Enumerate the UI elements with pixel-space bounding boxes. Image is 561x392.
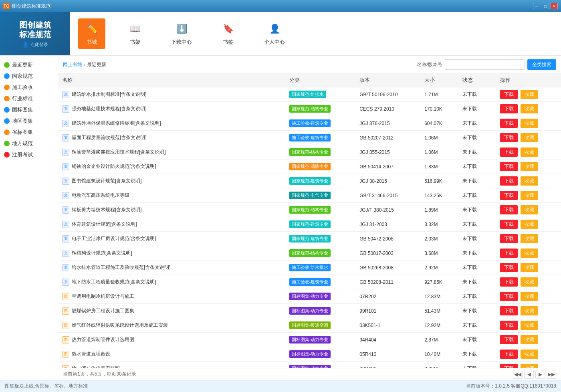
cell-category: 国标图集-暖通空调	[285, 318, 355, 333]
collect-button[interactable]: 收藏	[521, 191, 538, 200]
collect-button[interactable]: 收藏	[521, 119, 538, 128]
download-button[interactable]: 下载	[500, 350, 518, 359]
search-button[interactable]: 全类搜索	[527, 59, 556, 70]
download-button[interactable]: 下载	[500, 321, 518, 330]
dot-icon	[4, 85, 10, 90]
download-button[interactable]: 下载	[500, 90, 518, 99]
table-row: 文 钢结构设计规范[含条文说明] 国家规范-结构专业 GB 50017-2003…	[58, 246, 561, 261]
sidebar-item-construction[interactable]: 施工验收	[0, 82, 58, 93]
download-button[interactable]: 下载	[500, 176, 518, 186]
nav-bookmark-label: 书签	[223, 38, 233, 46]
table-container[interactable]: 名称 分类 版本 大小 状态 操作 文 建筑给水排水制图标准[含条文说明] 国家…	[58, 73, 561, 368]
last-page-button[interactable]: ▶▶	[547, 370, 556, 379]
download-button[interactable]: 下载	[500, 133, 518, 142]
sidebar-item-national-map[interactable]: 国标图集	[0, 104, 58, 115]
cell-size: 143.25K	[420, 188, 458, 203]
download-button[interactable]: 下载	[500, 191, 518, 200]
download-button[interactable]: 下载	[500, 119, 518, 128]
collect-button[interactable]: 收藏	[521, 321, 538, 330]
row-name: 强夯地基处理技术规程[含条文说明]	[72, 105, 147, 112]
collect-button[interactable]: 收藏	[521, 148, 538, 157]
collect-button[interactable]: 收藏	[521, 350, 538, 359]
breadcrumb-current: 最近更新	[87, 61, 106, 68]
login-button[interactable]: 👤 点此登录	[22, 42, 48, 48]
sidebar-item-industry[interactable]: 行业标准	[0, 93, 58, 104]
nav-bookmark[interactable]: 🔖 书签	[214, 18, 242, 49]
cell-action: 下载 收藏	[496, 318, 561, 333]
breadcrumb-parent[interactable]: 网上书城	[63, 61, 82, 68]
collect-button[interactable]: 收藏	[521, 292, 538, 301]
download-button[interactable]: 下载	[500, 306, 518, 315]
collect-button[interactable]: 收藏	[521, 205, 538, 214]
sidebar-item-exam[interactable]: 注册考试	[0, 149, 58, 160]
collect-button[interactable]: 收藏	[521, 90, 538, 99]
col-name: 名称	[58, 73, 285, 87]
doc-icon: 文	[62, 178, 69, 185]
row-name: 图书馆建筑设计规范[含条文说明]	[72, 178, 142, 184]
dot-icon	[4, 73, 10, 79]
collect-button[interactable]: 收藏	[521, 220, 538, 229]
cell-name: 文 体育建筑设计规范[含条文说明]	[58, 217, 285, 232]
download-button[interactable]: 下载	[500, 249, 518, 258]
download-button[interactable]: 下载	[500, 292, 518, 301]
doc-icon: 文	[62, 91, 69, 98]
cell-size: 1.06M	[420, 131, 458, 145]
download-button[interactable]: 下载	[500, 205, 518, 214]
cell-status: 未下载	[458, 261, 496, 275]
cell-action: 下载 收藏	[496, 275, 561, 289]
download-button[interactable]: 下载	[500, 335, 518, 344]
cell-category: 国家规范-结构专业	[285, 246, 355, 261]
collect-button[interactable]: 收藏	[521, 249, 538, 258]
collect-button[interactable]: 收藏	[521, 162, 538, 171]
collect-button[interactable]: 收藏	[521, 263, 538, 272]
collect-button[interactable]: 收藏	[521, 133, 538, 142]
category-tag: 国家规范-电气专业	[289, 192, 331, 199]
sidebar-item-recent[interactable]: 最近更新	[0, 59, 58, 71]
map-icon: 图	[62, 351, 69, 358]
collect-button[interactable]: 收藏	[521, 277, 538, 287]
download-button[interactable]: 下载	[500, 263, 518, 272]
nav-download[interactable]: ⬇️ 下载中心	[165, 18, 198, 49]
close-button[interactable]: ✕	[551, 3, 558, 9]
cell-action: 下载 收藏	[496, 102, 561, 116]
sidebar-item-local-map[interactable]: 地区图集	[0, 115, 58, 127]
cell-name: 文 电动汽车高压系统电压等级	[58, 188, 285, 203]
nav-profile[interactable]: 👤 个人中心	[258, 18, 291, 49]
sidebar-item-national[interactable]: 国家规范	[0, 71, 58, 82]
table-row: 图 物（液）位仪表安装图 国标图集-动力专业 03R421 3.06M 未下载 …	[58, 362, 561, 368]
download-button[interactable]: 下载	[500, 220, 518, 229]
prev-page-button[interactable]: ◀	[524, 370, 534, 379]
download-button[interactable]: 下载	[500, 148, 518, 157]
sidebar-label-local-map: 地区图集	[12, 117, 33, 125]
cell-status: 未下载	[458, 217, 496, 232]
cell-category: 国家规范-消防专业	[285, 160, 355, 174]
minimize-button[interactable]: ─	[533, 3, 540, 9]
collect-button[interactable]: 收藏	[521, 176, 538, 186]
category-tag: 国标图集-动力专业	[289, 293, 331, 300]
cell-version: GB 50414-2007	[355, 160, 420, 174]
sidebar-item-provincial-map[interactable]: 省标图集	[0, 127, 58, 138]
download-button[interactable]: 下载	[500, 162, 518, 171]
collect-button[interactable]: 收藏	[521, 104, 538, 113]
collect-button[interactable]: 收藏	[521, 335, 538, 344]
nav-bookstore[interactable]: ✏️ 书城	[78, 18, 105, 49]
nav-bookshelf[interactable]: 📖 书架	[121, 18, 149, 49]
download-button[interactable]: 下载	[500, 364, 518, 368]
maximize-button[interactable]: □	[542, 3, 549, 9]
download-button[interactable]: 下载	[500, 277, 518, 287]
collect-button[interactable]: 收藏	[521, 306, 538, 315]
collect-button[interactable]: 收藏	[521, 364, 538, 368]
cell-size: 604.07K	[420, 116, 458, 131]
download-button[interactable]: 下载	[500, 104, 518, 113]
cell-status: 未下载	[458, 289, 496, 304]
collect-button[interactable]: 收藏	[521, 234, 538, 243]
sidebar-item-local-std[interactable]: 地方规范	[0, 138, 58, 149]
first-page-button[interactable]: ◀◀	[513, 370, 523, 379]
row-name: 物（液）位仪表安装图	[72, 365, 120, 368]
next-page-button[interactable]: ▶	[535, 370, 545, 379]
sidebar-label-construction: 施工验收	[12, 84, 33, 91]
cell-version: 99R101	[355, 304, 420, 318]
cell-size: 3.68M	[420, 246, 458, 261]
download-button[interactable]: 下载	[500, 234, 518, 243]
search-input[interactable]	[445, 59, 525, 70]
